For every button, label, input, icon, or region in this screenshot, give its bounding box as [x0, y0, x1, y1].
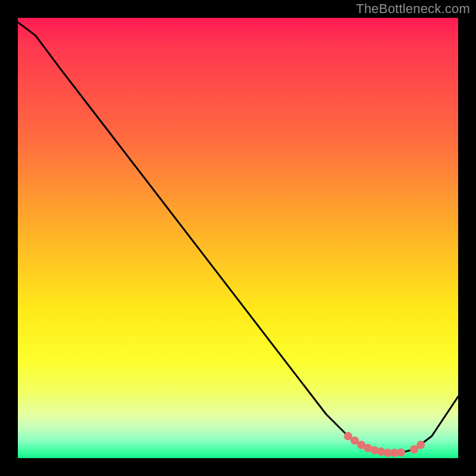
optimal-range-dots	[344, 432, 425, 457]
optimal-dot	[416, 441, 425, 449]
bottleneck-curve	[18, 22, 458, 453]
optimal-dot	[397, 448, 405, 456]
plot-area	[18, 18, 458, 458]
chart-frame: TheBottleneck.com	[0, 0, 476, 476]
curve-svg	[18, 18, 458, 458]
attribution-label: TheBottleneck.com	[356, 1, 470, 17]
